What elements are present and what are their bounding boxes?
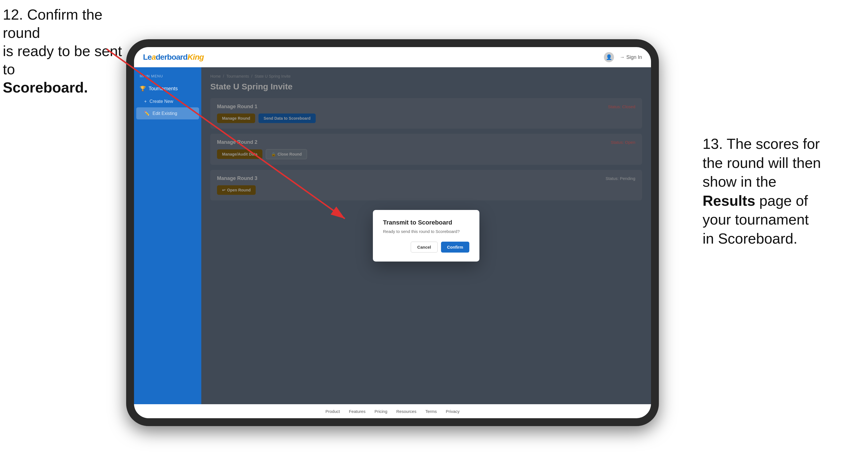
sign-in-label: Sign In: [626, 54, 642, 60]
annotation-right-bold: Results: [703, 193, 755, 209]
modal-cancel-button[interactable]: Cancel: [411, 242, 437, 253]
modal-subtitle: Ready to send this round to Scoreboard?: [383, 229, 469, 234]
footer-link-product[interactable]: Product: [326, 409, 340, 414]
plus-icon: +: [144, 99, 147, 104]
annotation-right-line6: in Scoreboard.: [703, 230, 797, 247]
nav-right: 👤 → Sign In: [604, 52, 642, 62]
edit-icon: ✏️: [144, 111, 150, 116]
annotation-right-line3: show in the: [703, 174, 776, 190]
sidebar-item-tournaments[interactable]: 🏆 Tournaments: [134, 82, 201, 96]
annotation-right: 13. The scores for the round will then s…: [703, 134, 860, 248]
logo-area: LeaderboardKing: [143, 53, 204, 62]
annotation-right-line4: page of: [755, 193, 808, 209]
annotation-right-line5: your tournament: [703, 211, 809, 228]
sidebar-item-create-new[interactable]: + Create New: [134, 96, 201, 107]
annotation-line2: is ready to be sent to: [3, 43, 122, 77]
footer-link-features[interactable]: Features: [349, 409, 365, 414]
modal-dialog: Transmit to Scoreboard Ready to send thi…: [373, 210, 479, 261]
modal-title: Transmit to Scoreboard: [383, 219, 469, 226]
annotation-top: 12. Confirm the round is ready to be sen…: [3, 6, 137, 97]
annotation-line1: 12. Confirm the round: [3, 6, 103, 41]
footer-link-terms[interactable]: Terms: [425, 409, 437, 414]
sign-in-icon: →: [620, 54, 625, 60]
create-new-label: Create New: [149, 99, 173, 104]
modal-overlay: Transmit to Scoreboard Ready to send thi…: [201, 67, 651, 404]
sidebar-menu-label: MAIN MENU: [134, 74, 201, 82]
footer-link-privacy[interactable]: Privacy: [446, 409, 460, 414]
footer-link-resources[interactable]: Resources: [397, 409, 416, 414]
annotation-right-line2: the round will then: [703, 155, 821, 171]
footer-link-pricing[interactable]: Pricing: [375, 409, 388, 414]
sidebar-item-edit-existing[interactable]: ✏️ Edit Existing: [136, 107, 199, 119]
sign-in-button[interactable]: → Sign In: [620, 54, 642, 60]
tablet-frame: LeaderboardKing 👤 → Sign In MAIN MENU 🏆 …: [126, 39, 659, 426]
top-nav: LeaderboardKing 👤 → Sign In: [134, 47, 651, 67]
avatar: 👤: [604, 52, 614, 62]
sidebar: MAIN MENU 🏆 Tournaments + Create New ✏️ …: [134, 67, 201, 404]
main-area: MAIN MENU 🏆 Tournaments + Create New ✏️ …: [134, 67, 651, 404]
modal-actions: Cancel Confirm: [383, 242, 469, 253]
edit-existing-label: Edit Existing: [153, 111, 177, 116]
footer: Product Features Pricing Resources Terms…: [134, 404, 651, 418]
sidebar-tournaments-label: Tournaments: [149, 86, 178, 92]
tablet-screen: LeaderboardKing 👤 → Sign In MAIN MENU 🏆 …: [134, 47, 651, 418]
logo: LeaderboardKing: [143, 53, 204, 62]
annotation-right-line1: 13. The scores for: [703, 136, 820, 152]
modal-confirm-button[interactable]: Confirm: [441, 242, 470, 253]
content-area: Home / Tournaments / State U Spring Invi…: [201, 67, 651, 404]
annotation-line3: Scoreboard.: [3, 79, 88, 96]
trophy-icon: 🏆: [140, 86, 146, 92]
